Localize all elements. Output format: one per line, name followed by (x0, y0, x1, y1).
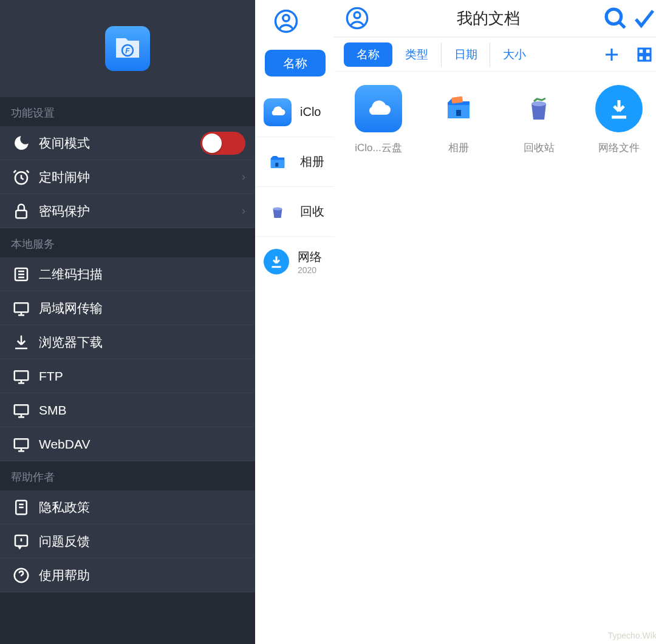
monitor-icon (11, 298, 32, 319)
search-icon[interactable] (603, 5, 628, 31)
alert-icon (11, 531, 32, 552)
sidebar-item-label: FTP (39, 369, 63, 384)
night-mode-toggle[interactable] (200, 132, 245, 155)
grid-item-icloud[interactable]: iClo...云盘 (343, 85, 414, 155)
chevron-right-icon: › (242, 171, 245, 183)
sidebar-logo-area: F (0, 0, 255, 97)
list-item-trash[interactable]: 回收 (255, 187, 334, 237)
monitor-icon (11, 434, 32, 455)
tab-date[interactable]: 日期 (441, 42, 490, 67)
svg-point-13 (283, 15, 290, 22)
folder-icon (264, 148, 292, 176)
mid-tab-name[interactable]: 名称 (265, 50, 326, 76)
check-icon[interactable] (632, 5, 656, 31)
trash-bin-icon (515, 85, 562, 132)
svg-rect-20 (645, 49, 651, 54)
sidebar-item-alarm[interactable]: 定时闹钟 › (0, 160, 255, 194)
settings-sidebar: F 功能设置 夜间模式 定时闹钟 › 密码保护 › 本地服务 二维码扫描 局域网… (0, 0, 255, 644)
tab-name[interactable]: 名称 (344, 42, 392, 67)
app-logo-icon: F (105, 26, 150, 71)
svg-rect-14 (275, 163, 278, 166)
svg-rect-6 (15, 371, 29, 380)
section-title-settings: 功能设置 (0, 97, 255, 126)
sidebar-item-ftp[interactable]: FTP (0, 359, 255, 393)
sidebar-item-night-mode[interactable]: 夜间模式 (0, 126, 255, 160)
monitor-icon (11, 366, 32, 387)
grid-item-trash[interactable]: 回收站 (503, 85, 575, 155)
sidebar-item-password[interactable]: 密码保护 › (0, 194, 255, 228)
cloud-icon (355, 85, 402, 132)
partial-list-panel: 名称 iClo 相册 回收 网络 2020 (255, 0, 334, 644)
sidebar-item-smb[interactable]: SMB (0, 393, 255, 427)
profile-button[interactable] (340, 6, 374, 30)
sidebar-item-browser-download[interactable]: 浏览器下载 (0, 325, 255, 359)
sidebar-item-label: 定时闹钟 (39, 169, 90, 186)
list-item-label: iClo (300, 105, 321, 119)
svg-rect-22 (645, 55, 651, 61)
grid-item-label: iClo...云盘 (355, 141, 401, 155)
list-item-sublabel: 2020 (298, 265, 322, 275)
sidebar-item-feedback[interactable]: 问题反馈 (0, 524, 255, 558)
sidebar-item-lan[interactable]: 局域网传输 (0, 291, 255, 325)
tab-type[interactable]: 类型 (392, 42, 441, 67)
qr-scan-icon (11, 264, 32, 285)
grid-view-icon[interactable] (635, 46, 654, 64)
cloud-icon (264, 98, 292, 126)
svg-rect-21 (638, 55, 644, 61)
help-icon (11, 565, 32, 586)
sidebar-item-privacy[interactable]: 隐私政策 (0, 490, 255, 524)
svg-rect-7 (15, 405, 29, 414)
folder-lock-icon (435, 85, 482, 132)
profile-icon (345, 6, 369, 30)
moon-icon (11, 133, 32, 154)
page-title: 我的文档 (374, 8, 603, 29)
tab-size[interactable]: 大小 (490, 42, 538, 67)
sidebar-item-label: 隐私政策 (39, 499, 90, 516)
clock-icon (11, 167, 32, 188)
sidebar-item-label: 夜间模式 (39, 135, 90, 152)
section-title-help: 帮助作者 (0, 461, 255, 490)
sort-segment: 名称 类型 日期 大小 (344, 42, 538, 67)
profile-icon[interactable] (273, 8, 299, 34)
sidebar-item-label: 密码保护 (39, 203, 90, 220)
docs-header: 我的文档 (334, 0, 656, 38)
watermark: Typecho.Wiki (608, 631, 656, 640)
sidebar-item-help[interactable]: 使用帮助 (0, 558, 255, 592)
sidebar-item-label: 二维码扫描 (39, 266, 103, 283)
section-title-local: 本地服务 (0, 228, 255, 257)
grid-item-network[interactable]: 网络文件 (583, 85, 655, 155)
svg-rect-8 (15, 439, 29, 448)
download-icon (11, 332, 32, 353)
svg-text:F: F (125, 47, 130, 55)
list-item-network[interactable]: 网络 2020 (255, 237, 334, 286)
mid-header (255, 0, 334, 42)
add-icon[interactable] (603, 46, 621, 64)
svg-point-25 (531, 101, 546, 106)
sidebar-item-label: 使用帮助 (39, 567, 90, 584)
svg-rect-5 (15, 303, 29, 312)
sidebar-item-label: SMB (39, 403, 67, 418)
list-item-icloud[interactable]: iClo (255, 87, 334, 137)
grid-item-label: 网络文件 (598, 141, 640, 155)
grid-item-label: 相册 (448, 141, 469, 155)
sidebar-item-label: 浏览器下载 (39, 334, 103, 351)
documents-panel: 我的文档 名称 类型 日期 大小 iClo...云盘 (334, 0, 656, 644)
svg-rect-3 (16, 210, 27, 218)
document-icon (11, 497, 32, 518)
list-item-album[interactable]: 相册 (255, 137, 334, 187)
download-circle-icon (595, 85, 643, 132)
sidebar-item-webdav[interactable]: WebDAV (0, 427, 255, 461)
svg-rect-19 (638, 49, 644, 54)
download-circle-icon (264, 249, 289, 274)
sidebar-item-qr[interactable]: 二维码扫描 (0, 257, 255, 291)
list-item-label: 网络 (298, 249, 322, 265)
svg-rect-23 (456, 110, 461, 116)
trash-icon (264, 198, 292, 226)
lock-icon (11, 201, 32, 222)
grid-item-label: 回收站 (524, 141, 555, 155)
svg-point-17 (354, 12, 360, 18)
sidebar-item-label: WebDAV (39, 437, 90, 452)
grid-item-album[interactable]: 相册 (423, 85, 494, 155)
list-item-label: 回收 (300, 203, 324, 220)
svg-point-15 (273, 207, 282, 210)
